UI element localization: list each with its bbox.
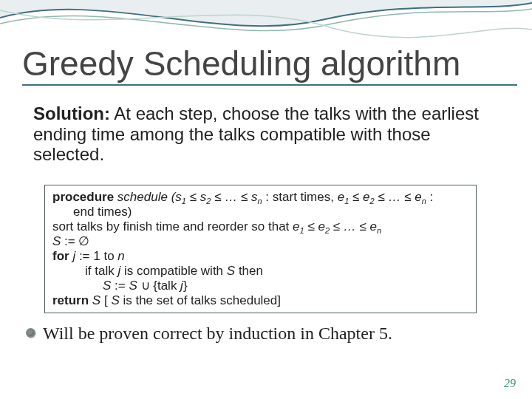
- kw-for: for: [52, 249, 72, 263]
- code-line-endtimes: end times): [52, 205, 470, 219]
- pseudocode-box: procedure schedule (s1 ≤ s2 ≤ … ≤ sn : s…: [44, 185, 477, 313]
- sort-text: sort talks by finish time and reorder so…: [52, 219, 293, 233]
- code-line-return: return S [ S is the set of talks schedul…: [52, 293, 470, 308]
- title-text: Greedy Scheduling algorithm: [22, 44, 460, 83]
- code-line-sort: sort talks by finish time and reorder so…: [52, 219, 470, 234]
- solution-label: Solution:: [33, 103, 110, 123]
- code-line-init: S := ∅: [52, 234, 470, 249]
- proc-name: schedule (: [114, 190, 175, 204]
- for-body: j: [72, 249, 75, 263]
- start-label: : start times,: [262, 190, 338, 204]
- page-number: 29: [504, 377, 516, 390]
- end-label-head: :: [426, 190, 433, 204]
- args-e: e1 ≤ e2 ≤ … ≤ en: [338, 190, 426, 204]
- code-line-for: for j := 1 to n: [52, 249, 470, 264]
- kw-return: return: [52, 293, 89, 307]
- kw-procedure: procedure: [52, 190, 114, 204]
- solution-paragraph: Solution: At each step, choose the talks…: [33, 103, 502, 165]
- code-line-proc: procedure schedule (s1 ≤ s2 ≤ … ≤ sn : s…: [52, 190, 470, 205]
- code-line-if: if talk j is compatible with S then: [52, 264, 470, 279]
- slide: Greedy Scheduling algorithm Solution: At…: [0, 0, 532, 399]
- code-line-assign: S := S ∪ {talk j}: [52, 279, 470, 293]
- args-s: s1 ≤ s2 ≤ … ≤ sn: [175, 190, 262, 204]
- sort-cond: e1 ≤ e2 ≤ … ≤ en: [293, 219, 381, 233]
- return-rest: S [ S is the set of talks scheduled]: [89, 293, 281, 307]
- bullet-item: Will be proven correct by induction in C…: [26, 324, 502, 344]
- bullet-text: Will be proven correct by induction in C…: [43, 324, 392, 343]
- slide-title: Greedy Scheduling algorithm: [22, 46, 510, 81]
- bullet-icon: [26, 328, 35, 338]
- title-underline: [22, 84, 517, 86]
